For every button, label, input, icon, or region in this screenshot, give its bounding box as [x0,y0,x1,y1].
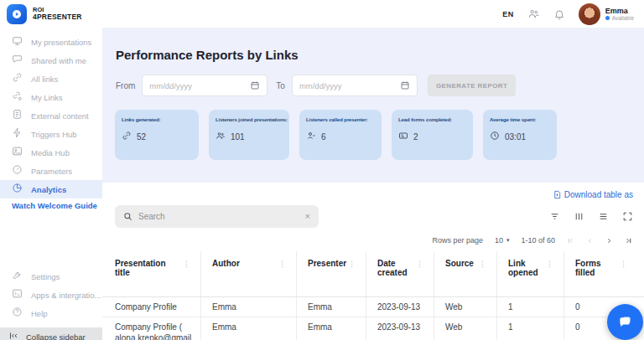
watch-welcome-guide-link[interactable]: Watch Welcome Guide [12,201,97,210]
clear-search-icon[interactable]: × [305,212,310,221]
document-icon [12,108,23,123]
page-title: Performance Reports by Links [116,48,644,62]
team-icon[interactable] [527,8,540,20]
collapse-sidebar-button[interactable]: Collapse sidebar [0,327,102,340]
sidebar-footer: Settings Apps & intergratio... Help [0,267,102,322]
calendar-icon [400,80,410,90]
collapse-icon [8,329,18,340]
lightning-icon [12,126,23,142]
from-label: From [116,81,135,90]
last-page-button[interactable] [625,237,632,245]
prev-page-button[interactable] [586,237,594,245]
pie-chart-icon [12,182,23,197]
stat-value: 03:01 [505,132,526,142]
search-box[interactable]: × [115,205,319,228]
sidebar-item-parameters[interactable]: Parameters [0,162,102,180]
next-page-button[interactable] [605,237,613,245]
sidebar: ROI 4PRESENTER My presentations Shared w… [0,0,102,340]
sidebar-item-analytics[interactable]: Analytics [0,180,102,198]
stat-card-lead-forms: Lead forms completed: 2 [392,110,473,160]
status-dot [605,16,610,20]
language-selector[interactable]: EN [502,10,514,18]
rows-per-page-label: Rows per page [432,236,483,245]
user-menu[interactable]: Emma Available [579,3,634,25]
date-filter-row: From To GENERATE REPORT [116,75,644,96]
column-header-forms-filled: Forms filled⋮ [564,251,644,296]
gauge-icon [12,163,23,178]
sidebar-item-settings[interactable]: Settings [0,267,102,286]
table-row[interactable]: Company Profile Emma Emma 2023-09-13 Web… [102,297,644,317]
column-menu-icon[interactable]: ⋮ [546,259,553,270]
sidebar-item-media-hub[interactable]: Media Hub [0,143,102,162]
stats-row: Links generated: 52 Listeners joined pre… [115,110,644,160]
user-name: Emma [605,7,634,16]
sidebar-item-apps-integrations[interactable]: Apps & intergratio... [0,286,102,304]
generate-report-button[interactable]: GENERATE REPORT [428,75,516,96]
sidebar-item-my-links[interactable]: My Links [0,88,102,106]
notifications-bell-icon[interactable] [553,8,565,20]
stat-card-listeners-called: Listeners called presenter: 6 [299,110,382,160]
sidebar-item-help[interactable]: Help [0,304,102,322]
search-icon [123,212,132,221]
presentation-icon [12,34,23,49]
link-person-icon [12,90,23,105]
column-menu-icon[interactable]: ⋮ [479,259,486,270]
filter-button[interactable] [549,211,560,222]
column-header-link-opened: Link opened⋮ [497,251,564,296]
from-date-field[interactable] [142,75,267,96]
column-header-presenter: Presenter⋮ [297,251,366,296]
person-call-icon [306,131,316,142]
stat-card-listeners-joined: Listeners joined presentations: 101 [209,110,289,160]
chat-bubble-icon [12,53,23,68]
app-window: ROI 4PRESENTER My presentations Shared w… [0,0,644,340]
column-menu-icon[interactable]: ⋮ [183,259,190,270]
chat-launcher-button[interactable] [607,304,643,340]
column-header-author: Author⋮ [201,251,297,296]
to-label: To [276,81,285,90]
terminal-icon [12,287,23,302]
sidebar-item-shared-with-me[interactable]: Shared with me [0,51,102,70]
fullscreen-button[interactable] [622,211,633,222]
table-row[interactable]: Company Profile ( alona.krepko@gmail.com… [102,317,644,340]
column-menu-icon[interactable]: ⋮ [620,259,627,270]
column-menu-icon[interactable]: ⋮ [278,259,286,270]
to-date-input[interactable] [299,81,400,90]
column-menu-icon[interactable]: ⋮ [416,259,423,270]
stat-value: 6 [321,132,326,142]
sidebar-item-my-presentations[interactable]: My presentations [0,33,102,51]
download-table-link[interactable]: Download table as [553,189,633,200]
image-icon [12,145,23,160]
stat-value: 101 [231,132,245,142]
stat-card-links-generated: Links generated: 52 [115,110,199,160]
column-menu-icon[interactable]: ⋮ [348,259,356,270]
caret-down-icon: ▾ [506,237,510,244]
column-header-source: Source⋮ [434,251,497,296]
logo[interactable]: ROI 4PRESENTER [0,0,102,24]
stat-value: 52 [137,132,146,142]
link-icon [122,131,132,142]
clock-icon [490,131,500,142]
report-header-panel: Performance Reports by Links From To GEN… [102,28,644,183]
table-toolbar: × [102,205,644,228]
avatar[interactable] [579,3,600,25]
sidebar-item-triggers-hub[interactable]: Triggers Hub [0,125,102,143]
rows-view-button[interactable] [598,211,609,222]
column-header-date-created: Date created⋮ [366,251,434,296]
first-page-button[interactable] [567,237,574,245]
search-input[interactable] [138,212,299,221]
sidebar-item-all-links[interactable]: All links [0,70,102,88]
from-date-input[interactable] [149,81,250,90]
to-date-field[interactable] [292,75,418,96]
download-file-icon [553,190,562,199]
rows-per-page-select[interactable]: 10 ▾ [495,236,510,245]
chat-bubble-icon [616,313,634,331]
stat-card-average-time: Average time spent: 03:01 [483,110,557,160]
calendar-icon [250,80,260,90]
logo-play-icon [7,4,27,24]
columns-view-button[interactable] [574,211,584,222]
table-section: Download table as × Rows per page 10 ▾ [102,183,644,340]
sidebar-item-external-content[interactable]: External content [0,106,102,125]
stat-value: 2 [413,132,418,142]
wrench-icon [12,269,23,284]
link-icon [12,71,23,86]
